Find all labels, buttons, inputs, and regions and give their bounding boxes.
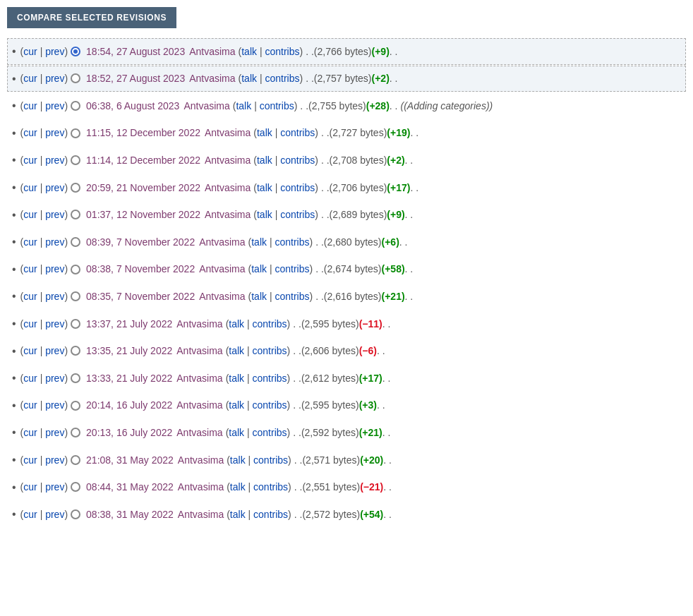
timestamp-link[interactable]: 13:37, 21 July 2022 [86,316,172,332]
radio-top[interactable] [71,291,80,301]
radio-top-wrap[interactable] [71,237,80,247]
talk-link[interactable]: talk [230,454,246,466]
user-link[interactable]: Antvasima [205,125,251,140]
cur-link[interactable]: cur [23,373,37,384]
contribs-link[interactable]: contribs [253,427,287,438]
radio-top[interactable] [71,482,80,492]
timestamp-link[interactable]: 06:38, 6 August 2023 [86,98,179,114]
talk-link[interactable]: talk [251,291,267,302]
timestamp-link[interactable]: 11:14, 12 December 2022 [86,152,200,168]
timestamp-link[interactable]: 08:35, 7 November 2022 [86,289,195,304]
user-link[interactable]: Antvasima [205,207,251,222]
radio-top-wrap[interactable] [71,183,80,193]
radio-top-wrap[interactable] [71,346,80,356]
radio-top[interactable] [71,346,80,356]
radio-top[interactable] [71,47,80,56]
contribs-link[interactable]: contribs [280,127,315,138]
radio-top[interactable] [71,73,80,83]
cur-link[interactable]: cur [23,427,37,438]
prev-link[interactable]: prev [45,127,64,138]
cur-link[interactable]: cur [23,100,37,111]
talk-link[interactable]: talk [257,127,272,138]
talk-link[interactable]: talk [257,209,272,220]
prev-link[interactable]: prev [45,454,64,466]
prev-link[interactable]: prev [45,263,64,274]
cur-link[interactable]: cur [23,73,37,84]
radio-top[interactable] [71,265,80,274]
contribs-link[interactable]: contribs [253,373,287,384]
user-link[interactable]: Antvasima [199,289,245,304]
talk-link[interactable]: talk [230,509,246,520]
timestamp-link[interactable]: 20:14, 16 July 2022 [86,397,172,413]
user-link[interactable]: Antvasima [199,261,245,277]
cur-link[interactable]: cur [23,46,37,57]
talk-link[interactable]: talk [236,100,251,111]
user-link[interactable]: Antvasima [176,343,222,358]
contribs-link[interactable]: contribs [280,155,315,166]
user-link[interactable]: Antvasima [178,479,224,495]
prev-link[interactable]: prev [45,46,64,57]
radio-top[interactable] [71,210,80,219]
prev-link[interactable]: prev [45,427,64,438]
talk-link[interactable]: talk [241,46,257,57]
contribs-link[interactable]: contribs [253,481,288,493]
prev-link[interactable]: prev [45,345,64,356]
timestamp-link[interactable]: 08:39, 7 November 2022 [86,234,195,250]
cur-link[interactable]: cur [23,155,37,166]
user-link[interactable]: Antvasima [189,71,235,86]
contribs-link[interactable]: contribs [275,291,309,302]
talk-link[interactable]: talk [229,427,244,438]
radio-top-wrap[interactable] [71,265,80,274]
timestamp-link[interactable]: 18:54, 27 August 2023 [86,44,185,59]
radio-top[interactable] [71,237,80,247]
prev-link[interactable]: prev [45,182,64,193]
radio-top[interactable] [71,373,80,383]
talk-link[interactable]: talk [251,236,267,248]
contribs-link[interactable]: contribs [253,509,288,520]
timestamp-link[interactable]: 08:38, 31 May 2022 [86,507,174,522]
talk-link[interactable]: talk [257,155,272,166]
user-link[interactable]: Antvasima [199,234,245,250]
radio-top-wrap[interactable] [71,401,80,411]
prev-link[interactable]: prev [45,509,64,520]
cur-link[interactable]: cur [23,291,37,302]
user-link[interactable]: Antvasima [176,425,222,440]
radio-top-wrap[interactable] [71,373,80,383]
timestamp-link[interactable]: 20:13, 16 July 2022 [86,425,172,440]
radio-top[interactable] [71,401,80,411]
timestamp-link[interactable]: 20:59, 21 November 2022 [86,180,200,195]
user-link[interactable]: Antvasima [176,397,222,413]
contribs-link[interactable]: contribs [280,209,315,220]
contribs-link[interactable]: contribs [265,73,299,84]
talk-link[interactable]: talk [229,399,244,411]
talk-link[interactable]: talk [257,182,272,193]
user-link[interactable]: Antvasima [205,180,251,195]
radio-top-wrap[interactable] [71,47,80,56]
radio-top-wrap[interactable] [71,128,80,138]
user-link[interactable]: Antvasima [176,370,222,386]
cur-link[interactable]: cur [23,127,37,138]
user-link[interactable]: Antvasima [189,44,235,59]
user-link[interactable]: Antvasima [178,507,224,522]
cur-link[interactable]: cur [23,509,37,520]
prev-link[interactable]: prev [45,73,64,84]
timestamp-link[interactable]: 08:44, 31 May 2022 [86,479,174,495]
contribs-link[interactable]: contribs [275,236,309,248]
contribs-link[interactable]: contribs [260,100,294,111]
user-link[interactable]: Antvasima [183,98,229,114]
prev-link[interactable]: prev [45,291,64,302]
talk-link[interactable]: talk [229,373,244,384]
talk-link[interactable]: talk [241,73,257,84]
radio-top[interactable] [71,319,80,329]
timestamp-link[interactable]: 08:38, 7 November 2022 [86,261,195,277]
cur-link[interactable]: cur [23,318,37,330]
radio-top[interactable] [71,509,80,519]
user-link[interactable]: Antvasima [176,316,222,332]
radio-top-wrap[interactable] [71,101,80,111]
compare-revisions-button[interactable]: COMPARE SELECTED REVISIONS [7,7,176,28]
cur-link[interactable]: cur [23,454,37,466]
timestamp-link[interactable]: 11:15, 12 December 2022 [86,125,200,140]
timestamp-link[interactable]: 18:52, 27 August 2023 [86,71,185,86]
radio-top-wrap[interactable] [71,509,80,519]
radio-top-wrap[interactable] [71,428,80,437]
